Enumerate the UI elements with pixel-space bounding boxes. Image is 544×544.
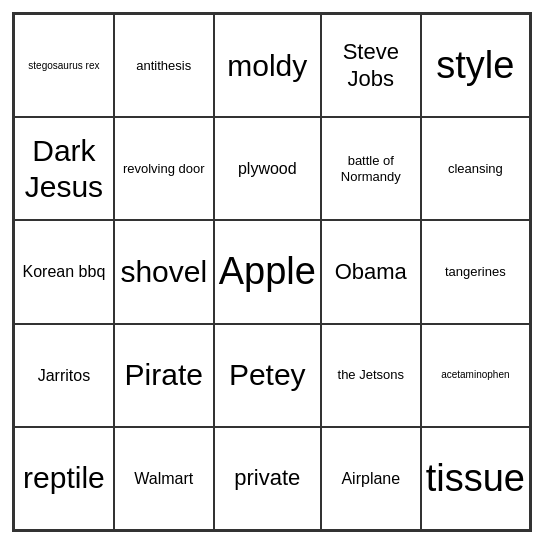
bingo-cell-6: revolving door xyxy=(114,117,214,220)
bingo-cell-12: Apple xyxy=(214,220,321,323)
cell-text-6: revolving door xyxy=(119,161,209,177)
cell-text-4: style xyxy=(426,43,525,89)
bingo-cell-1: antithesis xyxy=(114,14,214,117)
bingo-cell-8: battle of Normandy xyxy=(321,117,421,220)
cell-text-21: Walmart xyxy=(119,469,209,488)
bingo-cell-0: stegosaurus rex xyxy=(14,14,114,117)
cell-text-24: tissue xyxy=(426,456,525,502)
cell-text-23: Airplane xyxy=(326,469,416,488)
cell-text-10: Korean bbq xyxy=(19,262,109,281)
bingo-cell-13: Obama xyxy=(321,220,421,323)
bingo-cell-23: Airplane xyxy=(321,427,421,530)
bingo-cell-5: Dark Jesus xyxy=(14,117,114,220)
cell-text-0: stegosaurus rex xyxy=(19,60,109,72)
cell-text-3: Steve Jobs xyxy=(326,39,416,92)
cell-text-19: acetaminophen xyxy=(426,369,525,381)
bingo-cell-14: tangerines xyxy=(421,220,530,323)
bingo-cell-20: reptile xyxy=(14,427,114,530)
cell-text-11: shovel xyxy=(119,254,209,290)
cell-text-8: battle of Normandy xyxy=(326,153,416,184)
bingo-cell-21: Walmart xyxy=(114,427,214,530)
bingo-cell-10: Korean bbq xyxy=(14,220,114,323)
bingo-board: stegosaurus rexantithesismoldySteve Jobs… xyxy=(12,12,532,532)
cell-text-17: Petey xyxy=(219,357,316,393)
cell-text-16: Pirate xyxy=(119,357,209,393)
cell-text-1: antithesis xyxy=(119,58,209,74)
bingo-cell-24: tissue xyxy=(421,427,530,530)
cell-text-20: reptile xyxy=(19,460,109,496)
bingo-cell-3: Steve Jobs xyxy=(321,14,421,117)
cell-text-5: Dark Jesus xyxy=(19,133,109,205)
cell-text-7: plywood xyxy=(219,159,316,178)
cell-text-2: moldy xyxy=(219,48,316,84)
bingo-cell-15: Jarritos xyxy=(14,324,114,427)
bingo-cell-11: shovel xyxy=(114,220,214,323)
cell-text-22: private xyxy=(219,465,316,491)
cell-text-18: the Jetsons xyxy=(326,367,416,383)
bingo-cell-19: acetaminophen xyxy=(421,324,530,427)
bingo-cell-16: Pirate xyxy=(114,324,214,427)
cell-text-14: tangerines xyxy=(426,264,525,280)
bingo-cell-7: plywood xyxy=(214,117,321,220)
bingo-cell-4: style xyxy=(421,14,530,117)
bingo-cell-2: moldy xyxy=(214,14,321,117)
cell-text-15: Jarritos xyxy=(19,366,109,385)
bingo-cell-18: the Jetsons xyxy=(321,324,421,427)
bingo-cell-17: Petey xyxy=(214,324,321,427)
cell-text-13: Obama xyxy=(326,259,416,285)
bingo-cell-22: private xyxy=(214,427,321,530)
bingo-cell-9: cleansing xyxy=(421,117,530,220)
cell-text-9: cleansing xyxy=(426,161,525,177)
cell-text-12: Apple xyxy=(219,249,316,295)
